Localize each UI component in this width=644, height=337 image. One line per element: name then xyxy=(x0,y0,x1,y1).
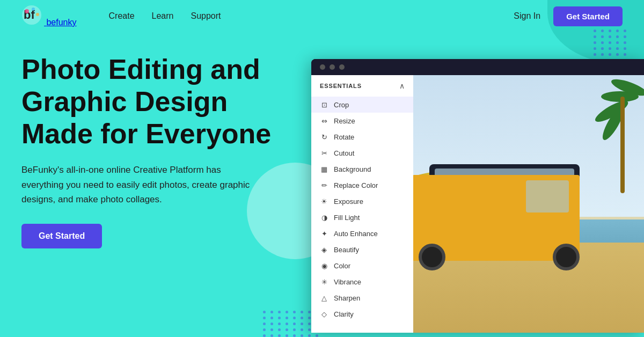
tool-resize-label: Resize xyxy=(334,117,355,125)
clarity-icon: ◇ xyxy=(320,310,328,318)
background-icon: ▦ xyxy=(320,165,328,173)
palm-trunk xyxy=(620,97,625,193)
auto-enhance-icon: ✦ xyxy=(320,229,328,238)
palm-tree xyxy=(606,86,639,193)
browser-dot-1 xyxy=(320,64,325,70)
tool-background[interactable]: ▦ Background xyxy=(311,161,413,177)
tool-sharpen-label: Sharpen xyxy=(334,294,360,302)
nav-create[interactable]: Create xyxy=(109,11,135,21)
tools-sidebar: ESSENTIALS ∧ ⊡ Crop ⇔ Resize ↻ Rotate ✂ … xyxy=(311,75,413,333)
sharpen-icon: △ xyxy=(320,294,328,302)
nav-right: Sign In Get Started xyxy=(514,6,623,26)
vibrance-icon: ✳ xyxy=(320,277,328,286)
essentials-header[interactable]: ESSENTIALS ∧ xyxy=(311,75,413,97)
browser-dot-3 xyxy=(339,64,345,70)
van xyxy=(413,153,601,261)
tool-vibrance[interactable]: ✳ Vibrance xyxy=(311,274,413,290)
color-icon: ◉ xyxy=(320,261,328,270)
browser-content: ESSENTIALS ∧ ⊡ Crop ⇔ Resize ↻ Rotate ✂ … xyxy=(311,75,644,333)
resize-icon: ⇔ xyxy=(320,116,328,125)
cutout-icon: ✂ xyxy=(320,149,328,157)
get-started-nav-button[interactable]: Get Started xyxy=(553,6,623,26)
tool-background-label: Background xyxy=(334,165,371,173)
tool-crop-label: Crop xyxy=(334,101,349,109)
tool-vibrance-label: Vibrance xyxy=(334,278,361,286)
van-wheel-left xyxy=(419,244,445,270)
browser-bar xyxy=(311,59,644,75)
hero-title: Photo Editing and Graphic Design Made fo… xyxy=(21,54,290,150)
tool-replace-color[interactable]: ✏ Replace Color xyxy=(311,177,413,193)
sign-in-link[interactable]: Sign In xyxy=(514,11,540,21)
photo-canvas xyxy=(413,75,644,333)
tool-fill-light-label: Fill Light xyxy=(334,214,360,222)
van-windshield xyxy=(526,180,569,213)
logo-text: befunky xyxy=(46,18,76,27)
tool-color[interactable]: ◉ Color xyxy=(311,258,413,274)
get-started-hero-button[interactable]: Get Started xyxy=(21,224,102,248)
browser-dot-2 xyxy=(330,64,335,70)
svg-point-3 xyxy=(32,8,35,11)
tool-crop[interactable]: ⊡ Crop xyxy=(311,97,413,113)
tool-auto-enhance-label: Auto Enhance xyxy=(334,230,378,238)
tool-beautify-label: Beautify xyxy=(334,246,359,254)
tool-cutout-label: Cutout xyxy=(334,149,354,157)
nav-support[interactable]: Support xyxy=(191,11,221,21)
tool-beautify[interactable]: ◈ Beautify xyxy=(311,241,413,258)
essentials-label: ESSENTIALS xyxy=(320,83,362,89)
essentials-chevron-icon: ∧ xyxy=(399,82,405,90)
logo[interactable]: bf befunky xyxy=(21,5,77,27)
van-wheel-right xyxy=(553,244,580,270)
logo-icon: bf xyxy=(21,5,42,25)
beautify-icon: ◈ xyxy=(320,245,328,254)
tool-clarity[interactable]: ◇ Clarity xyxy=(311,306,413,322)
tool-exposure-label: Exposure xyxy=(334,197,363,206)
tool-replace-color-label: Replace Color xyxy=(334,181,378,189)
svg-point-4 xyxy=(36,13,39,16)
tool-sharpen[interactable]: △ Sharpen xyxy=(311,290,413,306)
exposure-icon: ☀ xyxy=(320,197,328,206)
tool-cutout[interactable]: ✂ Cutout xyxy=(311,145,413,161)
crop-icon: ⊡ xyxy=(320,100,328,109)
tool-clarity-label: Clarity xyxy=(334,310,354,318)
browser-mockup: ESSENTIALS ∧ ⊡ Crop ⇔ Resize ↻ Rotate ✂ … xyxy=(311,59,644,333)
fill-light-icon: ◑ xyxy=(320,213,328,222)
tool-auto-enhance[interactable]: ✦ Auto Enhance xyxy=(311,225,413,241)
van-scene xyxy=(413,75,644,333)
tool-rotate-label: Rotate xyxy=(334,133,354,141)
replace-color-icon: ✏ xyxy=(320,181,328,189)
tool-exposure[interactable]: ☀ Exposure xyxy=(311,193,413,209)
tool-rotate[interactable]: ↻ Rotate xyxy=(311,129,413,145)
nav-links: Create Learn Support xyxy=(109,11,221,21)
tool-fill-light[interactable]: ◑ Fill Light xyxy=(311,209,413,225)
svg-point-2 xyxy=(25,9,29,13)
rotate-icon: ↻ xyxy=(320,133,328,141)
navbar: bf befunky Create Learn Support Sign In … xyxy=(0,0,644,32)
tool-color-label: Color xyxy=(334,262,350,270)
tool-resize[interactable]: ⇔ Resize xyxy=(311,113,413,129)
hero-description: BeFunky's all-in-one online Creative Pla… xyxy=(21,163,258,207)
nav-learn[interactable]: Learn xyxy=(152,11,174,21)
